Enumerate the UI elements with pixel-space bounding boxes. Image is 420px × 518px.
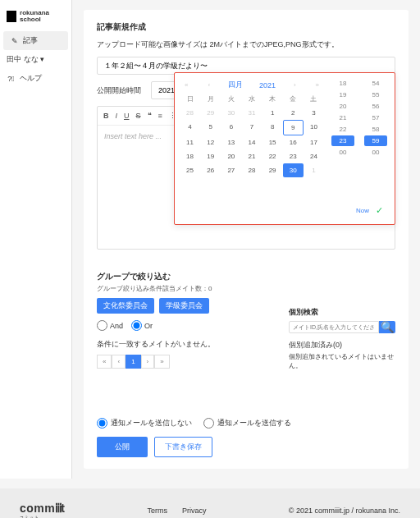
- notify-on-radio[interactable]: 通知メールを送信する: [203, 418, 291, 429]
- quote-button[interactable]: ❝: [145, 111, 154, 121]
- time-item[interactable]: 18: [331, 78, 354, 89]
- nav-item-user[interactable]: 田中 なな ▾: [0, 50, 71, 69]
- calendar-day[interactable]: 28: [241, 163, 262, 177]
- pager-item[interactable]: ‹: [112, 355, 126, 369]
- time-item[interactable]: 00: [364, 147, 387, 158]
- pager-item[interactable]: «: [97, 355, 112, 369]
- publish-button[interactable]: 公開: [97, 437, 148, 457]
- nav-label: 田中 なな ▾: [7, 54, 44, 65]
- calendar-day[interactable]: 14: [241, 135, 262, 149]
- calendar-day[interactable]: 21: [241, 149, 262, 163]
- time-item[interactable]: 56: [364, 101, 387, 112]
- main: 記事新規作成 アップロード可能な画像サイズは 2MバイトまでのJPEG,PNG形…: [72, 0, 420, 479]
- calendar-dow: 木: [262, 92, 283, 106]
- card: 記事新規作成 アップロード可能な画像サイズは 2MバイトまでのJPEG,PNG形…: [84, 10, 409, 469]
- search-input[interactable]: [289, 321, 379, 333]
- nav-label: ヘルプ: [20, 73, 42, 84]
- calendar-month[interactable]: 四月: [228, 80, 243, 90]
- next-year-icon[interactable]: »: [314, 80, 321, 90]
- time-item[interactable]: 20: [331, 101, 354, 112]
- time-item[interactable]: 54: [364, 78, 387, 89]
- pager-item[interactable]: »: [154, 355, 169, 369]
- underline-button[interactable]: U: [121, 111, 132, 121]
- added-note: 個別追加されているメイトはいません。: [289, 352, 395, 370]
- calendar-day[interactable]: 5: [200, 120, 221, 135]
- calendar-day[interactable]: 19: [200, 149, 221, 163]
- privacy-link[interactable]: Privacy: [182, 507, 207, 515]
- calendar-day[interactable]: 29: [262, 163, 283, 177]
- datetime-picker: « ‹ 四月 2021 › » 日月火水木金土28293031123456789…: [174, 72, 395, 225]
- prev-month-icon[interactable]: ‹: [206, 80, 212, 90]
- calendar-day[interactable]: 17: [304, 135, 324, 149]
- calendar-day[interactable]: 6: [221, 120, 241, 135]
- page-title: 記事新規作成: [97, 21, 395, 33]
- calendar-day[interactable]: 29: [200, 106, 221, 120]
- time-item[interactable]: 55: [364, 89, 387, 100]
- calendar-day[interactable]: 27: [221, 163, 241, 177]
- calendar-day[interactable]: 9: [283, 120, 304, 135]
- time-item[interactable]: 00: [331, 147, 354, 158]
- calendar-day[interactable]: 20: [221, 149, 241, 163]
- time-item[interactable]: 21: [331, 112, 354, 123]
- time-item[interactable]: 59: [364, 135, 387, 146]
- calendar-day[interactable]: 1: [304, 163, 324, 177]
- calendar-day[interactable]: 13: [221, 135, 241, 149]
- calendar-day[interactable]: 26: [200, 163, 221, 177]
- minute-list[interactable]: 54555657585900: [362, 78, 390, 201]
- calendar-day[interactable]: 30: [221, 106, 241, 120]
- calendar-day[interactable]: 2: [283, 106, 304, 120]
- italic-button[interactable]: I: [113, 111, 121, 121]
- calendar-day[interactable]: 22: [262, 149, 283, 163]
- notify-off-radio[interactable]: 通知メールを送信しない: [97, 418, 192, 429]
- calendar-day[interactable]: 16: [283, 135, 304, 149]
- time-item[interactable]: 57: [364, 112, 387, 123]
- list-ordered-button[interactable]: ≡: [156, 111, 165, 121]
- and-radio[interactable]: And: [97, 320, 123, 331]
- calendar-day[interactable]: 8: [262, 120, 283, 135]
- calendar-day[interactable]: 12: [200, 135, 221, 149]
- nav-item-help[interactable]: ?⃝ ヘルプ: [0, 69, 71, 88]
- calendar-day[interactable]: 30: [283, 163, 304, 177]
- bold-button[interactable]: B: [101, 111, 112, 121]
- time-item[interactable]: 19: [331, 89, 354, 100]
- time-item[interactable]: 23: [331, 135, 354, 146]
- group-title: グループで絞り込む: [97, 271, 395, 282]
- pager-item[interactable]: ›: [141, 355, 155, 369]
- now-button[interactable]: Now: [356, 207, 369, 214]
- calendar-day[interactable]: 28: [180, 106, 200, 120]
- draft-button[interactable]: 下書き保存: [154, 437, 212, 457]
- calendar-day[interactable]: 4: [180, 120, 200, 135]
- prev-year-icon[interactable]: «: [183, 80, 189, 90]
- calendar-day[interactable]: 1: [262, 106, 283, 120]
- calendar-day[interactable]: 25: [180, 163, 200, 177]
- search-button[interactable]: 🔍: [379, 321, 395, 333]
- group-chip[interactable]: 文化祭委員会: [97, 298, 154, 314]
- pager-item[interactable]: 1: [126, 355, 140, 369]
- calendar-day[interactable]: 18: [180, 149, 200, 163]
- notify-section: 通知メールを送信しない 通知メールを送信する: [97, 418, 395, 429]
- calendar-day[interactable]: 11: [180, 135, 200, 149]
- nav-label: 記事: [23, 35, 38, 46]
- or-radio[interactable]: Or: [131, 320, 153, 331]
- strike-button[interactable]: S: [134, 111, 144, 121]
- calendar-day[interactable]: 3: [304, 106, 324, 120]
- time-item[interactable]: 22: [331, 124, 354, 135]
- terms-link[interactable]: Terms: [148, 507, 168, 515]
- calendar-day[interactable]: 10: [304, 120, 324, 135]
- hour-list[interactable]: 18192021222300: [329, 78, 357, 201]
- upload-note: アップロード可能な画像サイズは 2MバイトまでのJPEG,PNG形式です。: [97, 39, 395, 50]
- footer-logo: commⅲt: [20, 502, 65, 515]
- sidebar: rokunana school ✎ 記事 田中 なな ▾ ?⃝ ヘルプ: [0, 0, 72, 479]
- calendar-day[interactable]: 7: [241, 120, 262, 135]
- calendar-day[interactable]: 15: [262, 135, 283, 149]
- calendar-day[interactable]: 31: [241, 106, 262, 120]
- time-item[interactable]: 58: [364, 124, 387, 135]
- start-label: 公開開始時間: [97, 85, 143, 96]
- calendar-day[interactable]: 23: [283, 149, 304, 163]
- nav-item-articles[interactable]: ✎ 記事: [3, 31, 68, 50]
- next-month-icon[interactable]: ›: [292, 80, 298, 90]
- confirm-icon[interactable]: ✓: [376, 205, 383, 216]
- calendar-year[interactable]: 2021: [259, 81, 276, 89]
- calendar-day[interactable]: 24: [304, 149, 324, 163]
- group-chip[interactable]: 学級委員会: [159, 298, 209, 314]
